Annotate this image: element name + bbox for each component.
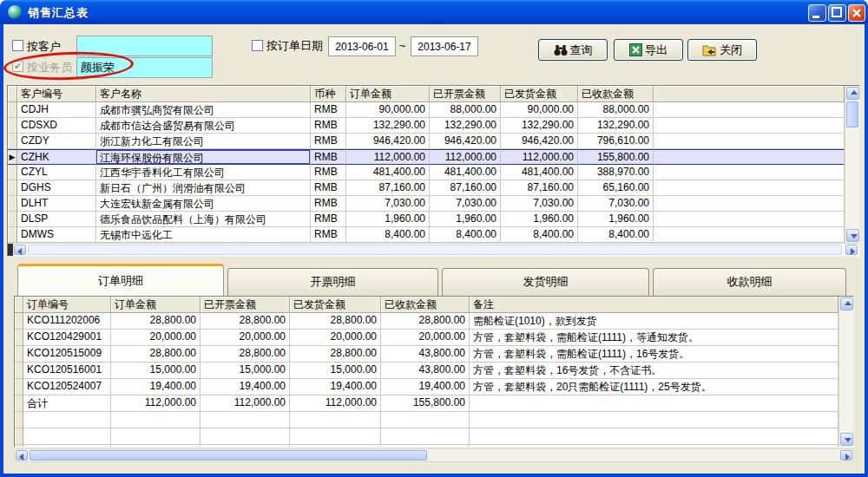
detail-row[interactable]: KCO111202006 28,800.00 28,800.00 28,800.… xyxy=(15,313,838,330)
cell-code: CZYL xyxy=(17,165,96,180)
cell-currency: RMB xyxy=(311,165,346,180)
scroll-thumb[interactable] xyxy=(846,101,858,127)
close-form-button[interactable]: 关闭 xyxy=(687,39,757,61)
cell-order-amount: 8,400.00 xyxy=(346,227,430,243)
header-filler xyxy=(654,86,845,102)
scroll-left-icon[interactable] xyxy=(14,245,26,255)
tab-order-detail[interactable]: 订单明细 xyxy=(17,264,224,296)
row-selector xyxy=(8,102,17,118)
table-row[interactable]: CZDY 浙江新力化工有限公司 RMB 946,420.00 946,420.0… xyxy=(8,134,845,149)
close-button[interactable] xyxy=(848,4,865,22)
by-salesman-label: 按业务员 xyxy=(27,60,72,75)
cell-received: 155,800.00 xyxy=(381,395,470,412)
cell-received: 65,160.00 xyxy=(578,180,654,196)
maximize-button[interactable] xyxy=(828,4,846,22)
table-row[interactable]: DLHT 大连宏钛新金属有限公司 RMB 7,030.00 7,030.00 7… xyxy=(8,196,845,212)
scroll-thumb[interactable] xyxy=(30,450,427,461)
scroll-up-icon[interactable] xyxy=(840,297,853,310)
table-row[interactable]: DMWS 无锡市中远化工 RMB 8,400.00 8,400.00 8,400… xyxy=(8,227,845,243)
cell-remark: 需船检证(1010)，款到发货 xyxy=(470,313,838,330)
cell-filler xyxy=(654,196,845,212)
row-selector xyxy=(15,313,23,330)
cell-shipped: 8,400.00 xyxy=(501,227,578,243)
cell-currency: RMB xyxy=(311,196,346,212)
detail-row[interactable]: KCO120515009 28,800.00 28,800.00 28,800.… xyxy=(15,346,838,363)
cell-currency: RMB xyxy=(311,102,346,118)
minimize-icon xyxy=(809,5,825,21)
date-from-input[interactable] xyxy=(328,36,396,56)
table-row[interactable]: CZYL 江西华宇香料化工有限公司 RMB 481,400.00 481,400… xyxy=(8,165,845,180)
scroll-thumb[interactable] xyxy=(28,245,842,255)
header-received-amount[interactable]: 已收款金额 xyxy=(381,297,470,313)
table-row[interactable]: DLSP 德乐食品饮品配料（上海）有限公司 RMB 1,960.00 1,960… xyxy=(8,212,845,227)
table-row[interactable]: CDSXD 成都市信达合盛贸易有限公司 RMB 132,290.00 132,2… xyxy=(8,118,845,134)
cell-order-id: KCO120515009 xyxy=(23,346,111,363)
row-selector xyxy=(8,165,17,180)
table-row[interactable]: CDJH 成都市骥弘商贸有限公司 RMB 90,000.00 88,000.00… xyxy=(8,102,845,118)
cell-received: 7,030.00 xyxy=(578,196,654,212)
tab-receipt-detail[interactable]: 收款明细 xyxy=(653,268,846,296)
by-salesman-checkbox: ✔ xyxy=(12,61,23,72)
minimize-button[interactable] xyxy=(808,4,826,22)
cell-received: 88,000.00 xyxy=(578,102,654,118)
export-button[interactable]: 导出 xyxy=(614,39,683,61)
header-order-amount[interactable]: 订单金额 xyxy=(346,86,430,102)
empty-cell xyxy=(111,412,201,428)
close-x-icon xyxy=(849,5,865,21)
header-order-amount[interactable]: 订单金额 xyxy=(111,297,201,313)
summary-vertical-scrollbar[interactable] xyxy=(845,86,859,243)
customer-input[interactable] xyxy=(76,36,213,56)
scroll-right-icon[interactable] xyxy=(840,450,852,461)
detail-horizontal-scrollbar[interactable] xyxy=(14,448,854,462)
binoculars-icon xyxy=(554,44,568,56)
empty-cell xyxy=(470,412,838,428)
cell-order-amount: 87,160.00 xyxy=(346,180,430,196)
header-invoiced-amount[interactable]: 已开票金额 xyxy=(201,297,290,313)
header-customer-code[interactable]: 客户编号 xyxy=(17,86,96,102)
scroll-right-icon[interactable] xyxy=(845,245,858,255)
cell-shipped: 19,400.00 xyxy=(290,379,381,395)
query-button[interactable]: 查询 xyxy=(538,39,608,61)
scroll-down-icon[interactable] xyxy=(840,433,853,446)
header-invoiced-amount[interactable]: 已开票金额 xyxy=(430,86,501,102)
header-order-id[interactable]: 订单编号 xyxy=(23,297,111,313)
cell-name: 德乐食品饮品配料（上海）有限公司 xyxy=(96,212,311,227)
tab-invoice-detail[interactable]: 开票明细 xyxy=(227,268,438,296)
date-to-input[interactable] xyxy=(411,36,478,56)
empty-cell xyxy=(201,412,290,428)
scroll-down-icon[interactable] xyxy=(846,229,859,242)
cell-code: DMWS xyxy=(17,227,96,243)
table-row[interactable]: DGHS 新日石（广州）润滑油有限公司 RMB 87,160.00 87,160… xyxy=(8,180,845,196)
by-order-date-checkbox[interactable] xyxy=(252,40,263,51)
header-shipped-amount[interactable]: 已发货金额 xyxy=(501,86,578,102)
header-shipped-amount[interactable]: 已发货金额 xyxy=(290,297,381,313)
cell-invoiced: 7,030.00 xyxy=(430,196,501,212)
cell-shipped: 132,290.00 xyxy=(501,118,578,134)
header-customer-name[interactable]: 客户名称 xyxy=(96,86,311,102)
empty-cell xyxy=(201,428,290,445)
header-currency[interactable]: 币种 xyxy=(311,86,346,102)
detail-row[interactable]: KCO120524007 19,400.00 19,400.00 19,400.… xyxy=(15,379,838,395)
scroll-up-icon[interactable] xyxy=(846,87,859,100)
summary-grid-header: 客户编号 客户名称 币种 订单金额 已开票金额 已发货金额 已收款金额 xyxy=(8,86,845,102)
by-customer-checkbox[interactable] xyxy=(12,40,23,51)
summary-horizontal-scrollbar[interactable] xyxy=(8,243,859,256)
folder-exit-icon xyxy=(702,44,717,56)
detail-row[interactable]: KCO120516001 15,000.00 15,000.00 15,000.… xyxy=(15,363,838,379)
detail-vertical-scrollbar[interactable] xyxy=(838,297,853,447)
cell-code: DLSP xyxy=(17,212,96,227)
detail-row[interactable]: KCO120429001 20,000.00 20,000.00 20,000.… xyxy=(15,330,838,346)
salesman-input[interactable] xyxy=(76,57,213,78)
order-detail-grid: 订单编号 订单金额 已开票金额 已发货金额 已收款金额 备注 KCO111202… xyxy=(14,296,854,448)
scroll-left-icon[interactable] xyxy=(16,450,28,461)
cell-filler xyxy=(654,227,845,243)
header-remark[interactable]: 备注 xyxy=(470,297,838,313)
cell-shipped: 28,800.00 xyxy=(290,313,381,330)
cell-remark: 方管，套塑料袋，16号发货，不含证书。 xyxy=(470,363,838,379)
row-selector xyxy=(15,445,23,447)
tab-shipment-detail[interactable]: 发货明细 xyxy=(442,268,649,296)
row-selector xyxy=(8,180,17,196)
header-received-amount[interactable]: 已收款金额 xyxy=(578,86,654,102)
table-row-selected[interactable]: ▶ CZHK 江海环保股份有限公司 RMB 112,000.00 112,000… xyxy=(8,149,845,165)
title-bar[interactable]: 销售汇总表 xyxy=(0,0,868,24)
